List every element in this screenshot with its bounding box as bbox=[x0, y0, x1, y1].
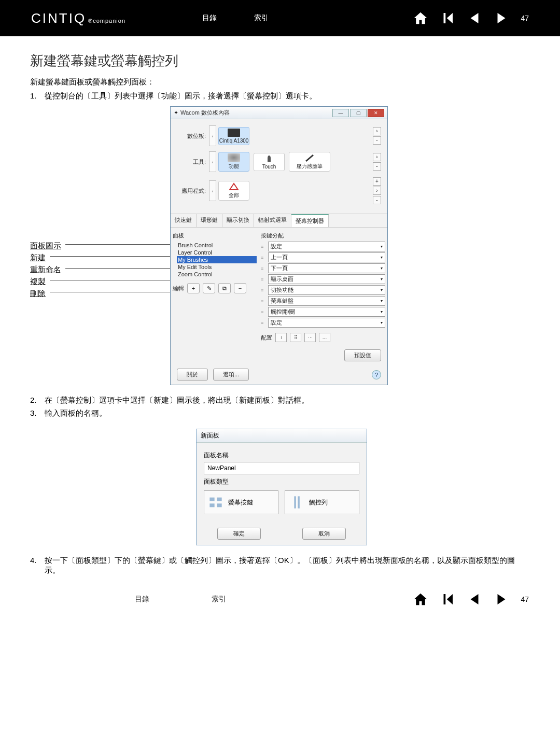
panel-type-touchstrip[interactable]: 觸控列 bbox=[285, 490, 359, 514]
footer-index-link[interactable]: 索引 bbox=[212, 595, 226, 604]
dialog-title: 新面板 bbox=[197, 429, 367, 443]
assignment-dropdown[interactable]: 上一頁▾ bbox=[268, 252, 385, 262]
svg-rect-1 bbox=[217, 498, 221, 501]
tab-express[interactable]: 快速鍵 bbox=[171, 214, 197, 227]
callout-labels: 面板圖示 新建 重新命名 複製 刪除 bbox=[30, 106, 170, 385]
tab-ring[interactable]: 環形鍵 bbox=[197, 214, 222, 227]
maximize-button[interactable]: ▢ bbox=[350, 109, 367, 117]
layout-1col-button[interactable]: ⁝ bbox=[275, 333, 287, 342]
first-page-icon[interactable] bbox=[440, 10, 455, 26]
drag-handle-icon[interactable]: ≡ bbox=[261, 288, 268, 293]
assignment-dropdown[interactable]: 設定▾ bbox=[268, 242, 385, 251]
app-all[interactable]: 全部 bbox=[218, 181, 249, 201]
drag-handle-icon[interactable]: ≡ bbox=[261, 266, 268, 271]
scroll-left-icon[interactable]: ‹ bbox=[209, 180, 216, 201]
assignment-dropdown[interactable]: 切換功能▾ bbox=[268, 285, 385, 295]
options-button[interactable]: 選項... bbox=[213, 369, 249, 380]
tab-display[interactable]: 顯示切換 bbox=[222, 214, 254, 227]
label-delete: 刪除 bbox=[30, 289, 170, 299]
prev-page-icon[interactable] bbox=[467, 10, 482, 26]
tablet-row: 數位板: ‹ Cintiq A1300 ›- bbox=[177, 125, 381, 146]
list-item[interactable]: My Edit Tools bbox=[177, 263, 257, 271]
panel-type-screenkeys[interactable]: 螢幕按鍵 bbox=[204, 490, 278, 514]
prev-page-icon[interactable] bbox=[467, 591, 482, 607]
edit-label: 編輯 bbox=[173, 285, 184, 292]
minimize-button[interactable]: — bbox=[332, 109, 349, 117]
tool-functions[interactable]: 功能 bbox=[218, 152, 249, 172]
drag-handle-icon[interactable]: ≡ bbox=[261, 299, 268, 304]
step-2: 2. 在〔螢幕控制〕選項卡中選擇〔新建〕圖示後，將出現〔新建面板〕對話框。 bbox=[30, 396, 530, 405]
about-button[interactable]: 關於 bbox=[177, 369, 208, 380]
assignment-dropdown[interactable]: 下一頁▾ bbox=[268, 263, 385, 273]
list-item[interactable]: Layer Control bbox=[177, 249, 257, 256]
intro-text: 新建螢幕鍵面板或螢幕觸控列面板： bbox=[30, 77, 530, 87]
toc-link[interactable]: 目錄 bbox=[202, 13, 217, 23]
assignment-dropdown[interactable]: 設定▾ bbox=[268, 318, 385, 328]
drag-handle-icon[interactable]: ≡ bbox=[261, 320, 268, 326]
scroll-left-icon[interactable]: ‹ bbox=[209, 125, 216, 146]
chevron-down-icon: ▾ bbox=[381, 309, 383, 314]
scroll-right-icon[interactable]: › bbox=[373, 127, 381, 135]
close-button[interactable]: ✕ bbox=[368, 109, 384, 117]
step-4-num: 4. bbox=[30, 556, 45, 575]
list-item-selected[interactable]: My Brushes bbox=[177, 256, 257, 263]
rename-panel-button[interactable]: ✎ bbox=[203, 283, 215, 293]
assignment-dropdown[interactable]: 觸控開/關▾ bbox=[268, 307, 385, 317]
default-button[interactable]: 預設值 bbox=[344, 349, 381, 361]
tablet-device[interactable]: Cintiq A1300 bbox=[218, 127, 249, 145]
new-panel-button[interactable]: + bbox=[187, 283, 200, 293]
panel-list-title: 面板 bbox=[173, 232, 261, 239]
home-icon[interactable] bbox=[413, 10, 428, 26]
layout-more-button[interactable]: … bbox=[319, 333, 330, 342]
chevron-down-icon: ▾ bbox=[381, 277, 383, 281]
chevron-down-icon: ▾ bbox=[381, 244, 383, 249]
remove-tablet-button[interactable]: - bbox=[373, 136, 381, 145]
copy-panel-button[interactable]: ⧉ bbox=[218, 283, 231, 293]
list-item[interactable]: Zoom Control bbox=[177, 271, 257, 278]
add-app-button[interactable]: + bbox=[373, 177, 381, 186]
remove-app-button[interactable]: - bbox=[373, 196, 381, 204]
assignment-dropdown[interactable]: 螢幕鍵盤▾ bbox=[268, 296, 385, 306]
drag-handle-icon[interactable]: ≡ bbox=[261, 244, 268, 249]
drag-handle-icon[interactable]: ≡ bbox=[261, 277, 268, 282]
chevron-down-icon: ▾ bbox=[381, 320, 383, 325]
scroll-left-icon[interactable]: ‹ bbox=[209, 151, 216, 172]
delete-panel-button[interactable]: − bbox=[234, 283, 246, 293]
layout-2col-button[interactable]: ⠿ bbox=[290, 333, 301, 342]
tab-radial[interactable]: 輻射式選單 bbox=[254, 214, 291, 227]
pen-icon bbox=[303, 153, 316, 162]
scroll-right-icon[interactable]: › bbox=[373, 187, 381, 195]
drag-handle-icon[interactable]: ≡ bbox=[261, 255, 268, 260]
step-1-num: 1. bbox=[30, 91, 45, 101]
edit-toolbar: 編輯 + ✎ ⧉ − bbox=[173, 283, 261, 293]
assignment-dropdown[interactable]: 顯示桌面▾ bbox=[268, 274, 385, 284]
index-link[interactable]: 索引 bbox=[254, 13, 269, 23]
app-label: 應用程式: bbox=[177, 187, 206, 195]
remove-tool-button[interactable]: - bbox=[373, 162, 381, 171]
tool-touch[interactable]: Touch bbox=[254, 153, 285, 171]
tablet-icon bbox=[228, 129, 240, 137]
home-icon[interactable] bbox=[413, 591, 428, 607]
first-page-icon[interactable] bbox=[440, 591, 455, 607]
drag-handle-icon[interactable]: ≡ bbox=[261, 309, 268, 315]
next-page-icon[interactable] bbox=[494, 591, 509, 607]
tablet-label: 數位板: bbox=[177, 132, 206, 140]
svg-rect-2 bbox=[209, 503, 214, 507]
footer-toc-link[interactable]: 目錄 bbox=[135, 595, 149, 604]
scroll-right-icon[interactable]: › bbox=[373, 153, 381, 161]
label-copy: 複製 bbox=[30, 277, 170, 287]
next-page-icon[interactable] bbox=[494, 10, 509, 26]
list-item[interactable]: Brush Control bbox=[177, 242, 257, 249]
tool-pen[interactable]: 壓力感應筆 bbox=[289, 152, 330, 172]
wacom-window: ✦ Wacom 數位板內容 — ▢ ✕ 數位板: ‹ Cintiq A1300 bbox=[170, 106, 388, 385]
panel-list[interactable]: Brush Control Layer Control My Brushes M… bbox=[173, 242, 261, 278]
ok-button[interactable]: 確定 bbox=[217, 528, 261, 540]
logo: CINTIQ ®companion bbox=[31, 10, 125, 26]
help-icon[interactable]: ? bbox=[372, 370, 381, 379]
layout-row-button[interactable]: ⋯ bbox=[304, 333, 316, 342]
tab-onscreen[interactable]: 螢幕控制器 bbox=[291, 214, 329, 227]
window-titlebar: ✦ Wacom 數位板內容 — ▢ ✕ bbox=[171, 107, 387, 119]
svg-rect-3 bbox=[217, 503, 221, 507]
cancel-button[interactable]: 取消 bbox=[302, 528, 346, 540]
panel-name-input[interactable] bbox=[204, 462, 359, 474]
